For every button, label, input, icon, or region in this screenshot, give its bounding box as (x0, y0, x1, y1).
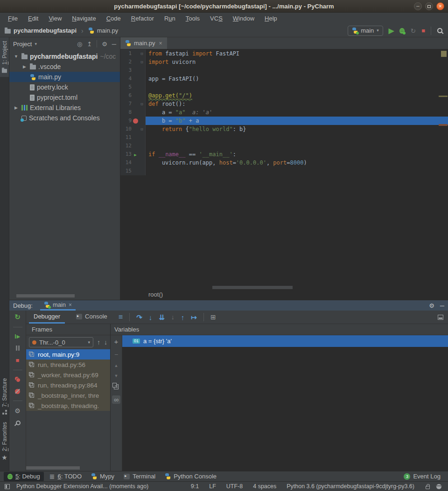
toolwindow-button-6-todo[interactable]: ≣6: TODO (46, 472, 85, 481)
collapse-all-button[interactable]: ↥ (87, 41, 92, 47)
menu-tools[interactable]: Tools (182, 14, 204, 23)
menu-refactor[interactable]: Refactor (127, 14, 158, 23)
step-out-button[interactable]: ↑ (181, 314, 185, 321)
tree-item-external-libraries[interactable]: ▶External Libraries (9, 103, 120, 113)
gear-icon[interactable]: ⚙ (429, 303, 434, 309)
editor-breadcrumb[interactable]: root() (120, 289, 448, 300)
run-to-cursor-button[interactable]: ↦ (191, 314, 197, 321)
maximize-button[interactable] (425, 2, 433, 10)
coverage-button[interactable]: ↻ (410, 28, 416, 34)
frame-row[interactable]: run, thread.py:56 (26, 360, 110, 370)
frames-horizontal-scrollbar[interactable] (26, 466, 110, 470)
run-button[interactable]: ▶ (389, 27, 394, 34)
menu-file[interactable]: File (4, 14, 22, 23)
gutter-slot[interactable] (132, 118, 139, 124)
debug-session-tab[interactable]: main × (40, 300, 76, 311)
toolwindow-button-mypy[interactable]: Mypy (87, 472, 118, 481)
pause-button[interactable] (15, 346, 20, 351)
menu-edit[interactable]: Edit (24, 14, 42, 23)
fold-marker-icon[interactable]: ⊟ (139, 58, 145, 66)
breadcrumb-file[interactable]: main.py (97, 27, 119, 34)
frame-row[interactable]: run, threading.py:864 (26, 380, 110, 390)
code-line-14[interactable]: 14 uvicorn.run(app, host='0.0.0.0', port… (120, 159, 448, 167)
resume-button[interactable] (15, 334, 21, 339)
menu-code[interactable]: Code (102, 14, 125, 23)
debug-button[interactable] (399, 28, 405, 34)
title-bar[interactable]: pycharmdebugfastapi [~/code/pycharmdebug… (0, 0, 448, 13)
run-config-selector[interactable]: main ▾ (348, 26, 383, 36)
breadcrumb-project[interactable]: pycharmdebugfastapi (14, 27, 77, 34)
code-line-9[interactable]: 9 b = "b" + a (120, 117, 448, 125)
inspection-indicator-icon[interactable] (441, 51, 447, 57)
toolwindow-button-5-debug[interactable]: 5: Debug (4, 472, 44, 481)
add-watch-button[interactable]: + (114, 338, 119, 345)
warning-stripe-mark[interactable] (439, 96, 448, 97)
variable-row[interactable]: 01a = {str} 'a' (122, 335, 448, 347)
hide-panel-button[interactable]: ─ (112, 41, 116, 47)
breadcrumb-function[interactable]: root() (148, 291, 163, 298)
frame-row[interactable]: _worker, thread.py:69 (26, 370, 110, 380)
status-message[interactable]: Python Debugger Extension Avail... (mome… (16, 483, 148, 490)
gear-icon[interactable]: ⚙ (102, 41, 107, 47)
close-tab-icon[interactable]: × (159, 40, 162, 47)
tree-collapsed-icon[interactable]: ▶ (21, 64, 28, 69)
event-log-button[interactable]: 3 Event Log (404, 473, 444, 480)
tree-item-main-py[interactable]: main.py (9, 72, 120, 82)
tree-collapsed-icon[interactable]: ▶ (13, 105, 19, 110)
chevron-down-icon[interactable]: ▾ (35, 42, 37, 46)
code-line-2[interactable]: 2⊟import uvicorn (120, 58, 448, 66)
menu-window[interactable]: Window (229, 14, 259, 23)
interpreter[interactable]: Python 3.6 (pycharmdebugfastapi-9cdjtyrg… (287, 483, 414, 490)
pin-tab-button[interactable] (15, 421, 21, 426)
tool-button-structure[interactable]: 7: Structure (0, 374, 9, 418)
tree-item-scratches-and-consoles[interactable]: Scratches and Consoles (9, 113, 120, 123)
close-button[interactable]: × (436, 2, 444, 10)
code-line-12[interactable]: 12 (120, 142, 448, 150)
hide-panel-button[interactable]: ─ (440, 303, 444, 309)
code-line-8[interactable]: 8 a = "a" a: 'a' (120, 108, 448, 117)
editor-tab-main-py[interactable]: main.py × (120, 37, 167, 49)
duplicate-watch-button[interactable] (114, 384, 119, 389)
code-line-5[interactable]: 5 (120, 83, 448, 91)
tree-item-poetry-lock[interactable]: poetry.lock (9, 82, 120, 92)
code-line-6[interactable]: 6@app.get("/") (120, 91, 448, 100)
tool-button-project[interactable]: 1: Project (0, 37, 9, 77)
close-session-icon[interactable]: × (69, 302, 72, 308)
hector-inspections-icon[interactable] (436, 484, 441, 489)
code-line-13[interactable]: 13▶if __name__ == '__main__': (120, 150, 448, 159)
stop-button[interactable]: ■ (16, 357, 20, 363)
code-line-4[interactable]: 4app = FastAPI() (120, 75, 448, 83)
remove-watch-button[interactable]: − (114, 351, 118, 358)
code-line-11[interactable]: 11 (120, 133, 448, 142)
editor-horizontal-scrollbar[interactable] (120, 286, 448, 289)
breakpoint-icon[interactable] (133, 118, 138, 124)
rerun-button[interactable]: ↻ (14, 313, 21, 320)
tree-item-pyproject-toml[interactable]: pyproject.toml (9, 92, 120, 103)
code-line-15[interactable]: 15 (120, 167, 448, 175)
code-line-3[interactable]: 3 (120, 66, 448, 75)
layout-settings-button[interactable]: ≡ (119, 313, 123, 321)
code-line-10[interactable]: 10⊟ return {"hello world": b} (120, 125, 448, 133)
encoding[interactable]: UTF-8 (226, 483, 243, 490)
tree-item-pycharmdebugfastapi[interactable]: ▼pycharmdebugfastapi~/coc (9, 51, 120, 62)
step-into-my-code-button[interactable]: ⇊ (159, 314, 165, 321)
stop-button[interactable]: ■ (421, 28, 425, 34)
gutter-slot[interactable]: ▶ (132, 150, 139, 159)
tab-console[interactable]: Console (71, 311, 112, 324)
tool-button-favorites[interactable]: 2: Favorites ★ (0, 418, 9, 464)
next-frame-button[interactable]: ↓ (104, 339, 107, 346)
toolwindow-button-terminal[interactable]: Terminal (120, 472, 159, 481)
menu-help[interactable]: Help (260, 14, 281, 23)
toggle-toolwindows-icon[interactable] (5, 484, 10, 489)
fold-marker-icon[interactable]: ⊟ (139, 49, 145, 58)
project-horizontal-scrollbar[interactable] (9, 294, 120, 297)
mute-breakpoints-button[interactable] (15, 389, 20, 394)
project-panel-title[interactable]: Project (13, 41, 32, 48)
move-up-button[interactable]: ▲ (114, 364, 119, 368)
move-down-button[interactable]: ▼ (114, 374, 119, 378)
lock-icon[interactable] (426, 486, 430, 489)
view-breakpoints-button[interactable] (15, 377, 21, 382)
frame-row[interactable]: _bootstrap_inner, thre (26, 390, 110, 401)
frame-row[interactable]: _bootstrap, threading. (26, 401, 110, 411)
menu-navigate[interactable]: Navigate (68, 14, 100, 23)
